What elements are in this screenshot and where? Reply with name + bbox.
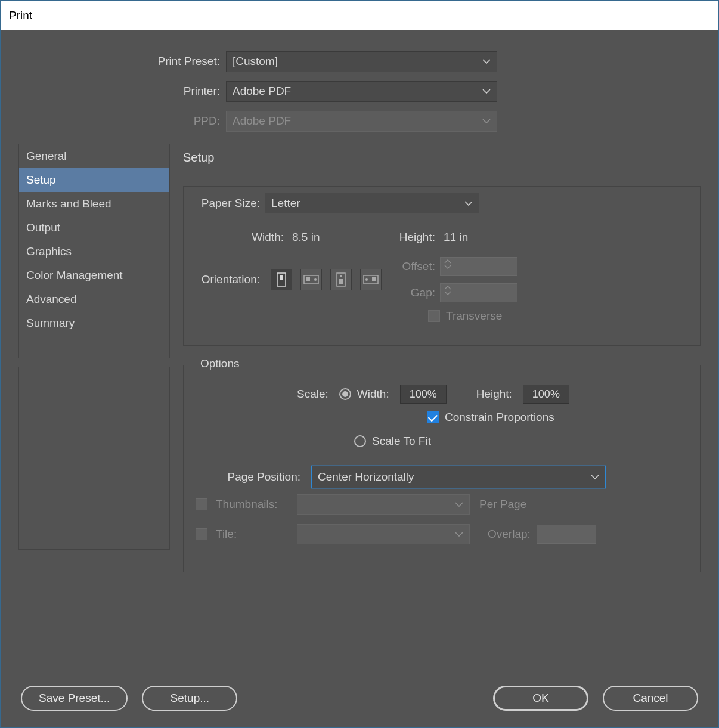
chevron-down-icon: [482, 118, 491, 124]
orientation-portrait-down-button[interactable]: [330, 269, 352, 290]
constrain-proportions-checkbox[interactable]: [427, 411, 439, 423]
button-label: Save Preset...: [39, 692, 110, 705]
constrain-proportions-label: Constrain Proportions: [445, 411, 554, 424]
gap-stepper: [440, 283, 517, 302]
button-label: Setup...: [171, 692, 210, 705]
sidebar-item-output[interactable]: Output: [19, 216, 169, 240]
chevron-down-icon: [482, 58, 491, 64]
portrait-up-icon: [275, 272, 287, 287]
scale-to-fit-label: Scale To Fit: [372, 435, 431, 448]
page-position-dropdown[interactable]: Center Horizontally: [311, 466, 606, 488]
sidebar-item-label: Color Management: [26, 269, 123, 282]
scale-height-input[interactable]: 100%: [523, 385, 569, 404]
offset-stepper: [440, 257, 517, 276]
thumbnails-dropdown: [297, 494, 470, 515]
button-label: OK: [532, 692, 548, 705]
sidebar-item-graphics[interactable]: Graphics: [19, 240, 169, 264]
sidebar-item-label: General: [26, 150, 67, 163]
svg-rect-6: [339, 279, 343, 284]
orientation-portrait-up-button[interactable]: [271, 269, 292, 290]
paper-size-label: Paper Size:: [184, 197, 265, 210]
orientation-landscape-left-button[interactable]: [300, 269, 322, 290]
preview-pane: [18, 367, 170, 550]
print-preset-dropdown[interactable]: [Custom]: [226, 51, 497, 72]
ppd-dropdown: Adobe PDF: [226, 111, 497, 132]
tile-dropdown: [297, 524, 470, 544]
setup-group: Paper Size: Letter Width: 8.5 in Height:…: [183, 186, 701, 346]
svg-point-7: [340, 275, 342, 277]
printer-dropdown[interactable]: Adobe PDF: [226, 81, 497, 102]
stepper-arrows-icon: [444, 259, 451, 269]
panel-title: Setup: [183, 151, 214, 165]
landscape-right-icon: [363, 274, 379, 286]
chevron-down-icon: [482, 88, 491, 94]
printer-label: Printer:: [1, 85, 226, 98]
dialog-footer: Save Preset... Setup... OK Cancel: [1, 686, 718, 711]
titlebar: Print: [1, 1, 718, 30]
orientation-label: Orientation:: [184, 273, 265, 286]
paper-size-dropdown[interactable]: Letter: [265, 193, 479, 213]
svg-point-4: [314, 278, 317, 281]
page-position-value: Center Horizontally: [318, 470, 414, 484]
sidebar-item-label: Setup: [26, 174, 56, 187]
transverse-checkbox: [428, 310, 440, 322]
ppd-label: PPD:: [1, 114, 226, 128]
ok-button[interactable]: OK: [493, 686, 588, 711]
chevron-down-icon: [591, 474, 599, 480]
sidebar-item-color-management[interactable]: Color Management: [19, 264, 169, 287]
portrait-down-icon: [335, 272, 347, 287]
sidebar-item-advanced[interactable]: Advanced: [19, 287, 169, 311]
paper-height-value: 11 in: [440, 231, 468, 244]
svg-rect-3: [306, 277, 310, 281]
stepper-arrows-icon: [444, 285, 451, 296]
print-preset-value: [Custom]: [233, 55, 278, 68]
scale-label: Scale:: [297, 388, 333, 401]
sidebar-item-summary[interactable]: Summary: [19, 311, 169, 335]
paper-size-value: Letter: [271, 197, 300, 210]
sidebar-item-label: Advanced: [26, 293, 77, 306]
landscape-left-icon: [303, 274, 319, 286]
sidebar-item-general[interactable]: General: [19, 144, 169, 168]
top-form: Print Preset: [Custom] Printer: Adobe PD…: [1, 47, 718, 136]
sidebar-item-label: Summary: [26, 317, 75, 330]
paper-width-label: Width:: [184, 231, 289, 244]
scale-height-value: 100%: [532, 388, 560, 401]
options-group-label: Options: [196, 357, 244, 370]
thumbnails-label: Thumbnails:: [213, 498, 291, 511]
thumbnails-checkbox: [196, 498, 207, 510]
svg-point-10: [365, 278, 368, 281]
sidebar-item-label: Output: [26, 221, 60, 234]
scale-width-height-radio[interactable]: [339, 388, 351, 400]
scale-width-value: 100%: [410, 388, 437, 401]
tile-checkbox: [196, 528, 207, 540]
overlap-label: Overlap:: [476, 528, 531, 541]
sidebar-item-label: Marks and Bleed: [26, 197, 111, 210]
setup-button[interactable]: Setup...: [142, 686, 237, 711]
svg-rect-9: [372, 277, 376, 281]
chevron-down-icon: [455, 531, 463, 537]
chevron-down-icon: [455, 501, 463, 507]
scale-width-label: Width:: [357, 388, 394, 401]
ppd-value: Adobe PDF: [233, 114, 291, 128]
printer-value: Adobe PDF: [233, 85, 291, 98]
svg-rect-1: [280, 275, 283, 280]
print-preset-label: Print Preset:: [1, 55, 226, 68]
orientation-landscape-right-button[interactable]: [360, 269, 382, 290]
button-label: Cancel: [633, 692, 668, 705]
paper-width-value: 8.5 in: [289, 231, 320, 244]
scale-to-fit-radio[interactable]: [354, 435, 366, 447]
save-preset-button[interactable]: Save Preset...: [21, 686, 128, 711]
tile-label: Tile:: [213, 528, 291, 541]
gap-label: Gap:: [392, 286, 440, 299]
print-dialog: Print Print Preset: [Custom] Printer: Ad…: [0, 0, 719, 728]
transverse-label: Transverse: [446, 309, 502, 323]
scale-width-input[interactable]: 100%: [400, 385, 447, 404]
options-group: Options Scale: Width: 100% Height: 100% …: [183, 365, 701, 572]
sidebar-item-setup[interactable]: Setup: [19, 168, 169, 192]
sidebar-item-marks-and-bleed[interactable]: Marks and Bleed: [19, 192, 169, 216]
per-page-label: Per Page: [476, 498, 526, 511]
chevron-down-icon: [464, 200, 473, 206]
window-title: Print: [9, 9, 32, 22]
cancel-button[interactable]: Cancel: [603, 686, 698, 711]
page-position-label: Page Position:: [215, 470, 305, 484]
